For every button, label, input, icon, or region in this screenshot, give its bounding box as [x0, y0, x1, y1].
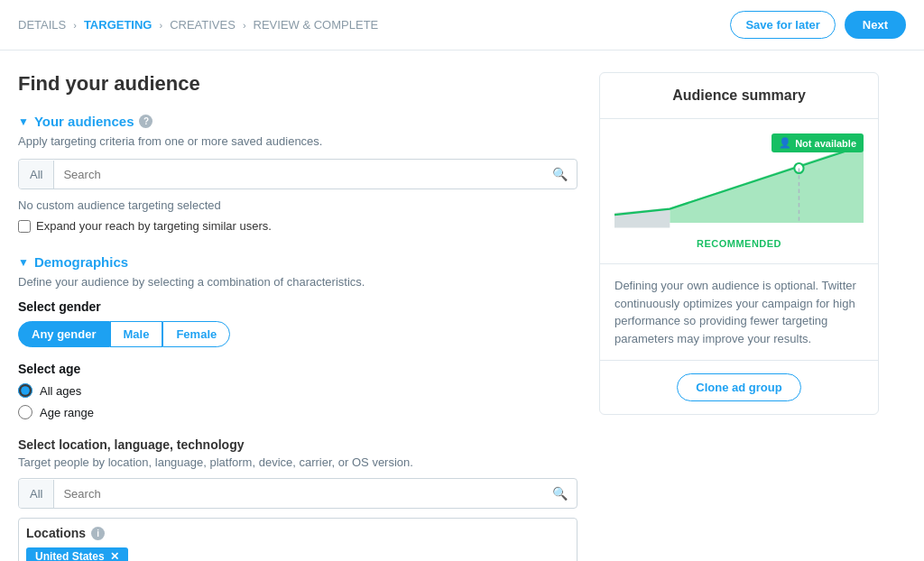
top-actions: Save for later Next — [730, 11, 906, 39]
demographics-description: Define your audience by selecting a comb… — [18, 275, 578, 289]
summary-footer: Clone ad group — [600, 361, 878, 414]
your-audiences-section: ▼ Your audiences ? Apply targeting crite… — [18, 114, 578, 233]
left-panel: Find your audience ▼ Your audiences ? Ap… — [18, 72, 578, 561]
location-label: Select location, language, technology — [18, 437, 578, 452]
page-title: Find your audience — [18, 72, 578, 96]
demographics-section: ▼ Demographics Define your audience by s… — [18, 254, 578, 561]
person-icon: 👤 — [779, 137, 791, 149]
breadcrumb-details: DETAILS — [18, 18, 66, 32]
gender-any-button[interactable]: Any gender — [18, 321, 110, 347]
audience-summary-box: Audience summary — [599, 72, 879, 415]
location-tag-close-icon[interactable]: ✕ — [110, 550, 119, 561]
breadcrumb-targeting: TARGETING — [84, 18, 152, 32]
breadcrumb-review: REVIEW & COMPLETE — [254, 18, 379, 32]
chart-area: 👤 Not available RECOMMENDED — [600, 119, 878, 264]
location-tag-label: United States — [35, 550, 105, 561]
demographics-chevron-icon: ▼ — [18, 256, 29, 269]
demographics-header: ▼ Demographics — [18, 254, 578, 270]
age-range-radio[interactable] — [18, 405, 32, 419]
audiences-description: Apply targeting criteria from one or mor… — [18, 134, 578, 148]
age-all-label: All ages — [40, 384, 81, 398]
age-options: All ages Age range — [18, 383, 578, 419]
gender-male-button[interactable]: Male — [110, 321, 163, 347]
right-panel: Audience summary — [599, 72, 879, 561]
expand-reach-option[interactable]: Expand your reach by targeting similar u… — [18, 219, 578, 233]
audiences-info-icon: ? — [139, 115, 152, 128]
locations-info-icon: i — [91, 527, 105, 540]
age-all-option[interactable]: All ages — [18, 383, 578, 398]
audiences-chevron-icon: ▼ — [18, 115, 29, 128]
breadcrumb-sep-3: › — [243, 20, 246, 31]
location-description: Target people by location, language, pla… — [18, 455, 578, 469]
locations-tag-box: Locations i United States ✕ — [18, 518, 578, 561]
audiences-search-container: All 🔍 — [18, 159, 578, 189]
your-audiences-title: Your audiences — [34, 114, 134, 129]
breadcrumb: DETAILS › TARGETING › CREATIVES › REVIEW… — [18, 18, 378, 32]
location-search-tab: All — [19, 480, 54, 508]
demographics-title: Demographics — [34, 254, 128, 270]
age-range-label: Age range — [40, 406, 94, 419]
summary-title: Audience summary — [600, 73, 878, 119]
not-available-text: Not available — [795, 138, 856, 149]
your-audiences-header: ▼ Your audiences ? — [18, 114, 578, 129]
gender-label: Select gender — [18, 299, 578, 314]
not-available-badge: 👤 Not available — [772, 133, 864, 152]
summary-description: Defining your own audience is optional. … — [600, 264, 878, 361]
gender-buttons-group: Any gender Male Female — [18, 321, 578, 347]
location-search-container: All 🔍 — [18, 478, 578, 509]
next-button[interactable]: Next — [845, 11, 906, 39]
location-search-icon: 🔍 — [543, 479, 577, 508]
age-all-radio[interactable] — [18, 383, 32, 398]
breadcrumb-sep-2: › — [159, 20, 162, 31]
audiences-search-icon: 🔍 — [543, 160, 577, 189]
chart-wrapper: 👤 Not available — [614, 133, 864, 233]
gender-female-button[interactable]: Female — [162, 321, 230, 347]
locations-header: Locations i — [26, 526, 569, 540]
age-label: Select age — [18, 362, 578, 376]
audiences-search-input[interactable] — [54, 161, 543, 189]
audiences-search-tab: All — [19, 161, 54, 189]
breadcrumb-sep-1: › — [73, 20, 77, 31]
main-layout: Find your audience ▼ Your audiences ? Ap… — [0, 51, 924, 561]
recommended-label: RECOMMENDED — [614, 238, 864, 249]
breadcrumb-creatives: CREATIVES — [170, 18, 236, 32]
expand-reach-label: Expand your reach by targeting similar u… — [36, 219, 272, 233]
expand-reach-checkbox[interactable] — [18, 220, 31, 233]
age-range-option[interactable]: Age range — [18, 405, 578, 419]
locations-label: Locations — [26, 526, 86, 540]
top-bar: DETAILS › TARGETING › CREATIVES › REVIEW… — [0, 0, 924, 51]
clone-ad-group-button[interactable]: Clone ad group — [677, 373, 800, 401]
save-for-later-button[interactable]: Save for later — [730, 11, 835, 39]
location-search-input[interactable] — [54, 480, 543, 508]
location-tag-us[interactable]: United States ✕ — [26, 547, 128, 561]
no-audience-text: No custom audience targeting selected — [18, 198, 578, 212]
